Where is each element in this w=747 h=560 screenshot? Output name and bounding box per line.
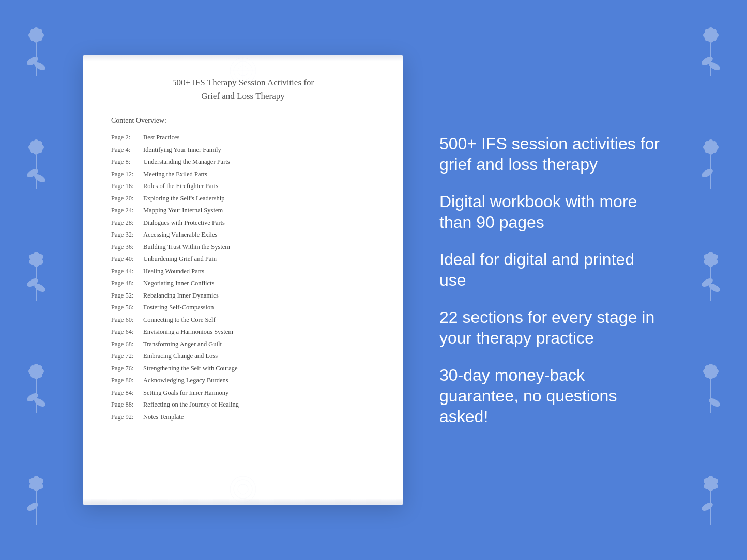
toc-item: Page 68:Transforming Anger and Guilt <box>111 340 375 349</box>
feature-item: Digital workbook with more than 90 pages <box>439 191 664 232</box>
svg-point-79 <box>238 484 248 494</box>
toc-item: Page 48:Negotiating Inner Conflicts <box>111 279 375 288</box>
svg-point-78 <box>234 480 252 499</box>
toc-item: Page 16:Roles of the Firefighter Parts <box>111 182 375 191</box>
svg-point-74 <box>238 66 248 76</box>
toc-item: Page 44:Healing Wounded Parts <box>111 267 375 276</box>
toc-item: Page 84:Setting Goals for Inner Harmony <box>111 388 375 398</box>
feature-item: 22 sections for every stage in your ther… <box>439 307 664 348</box>
toc-item: Page 36:Building Trust Within the System <box>111 243 375 252</box>
toc-item: Page 40:Unburdening Grief and Pain <box>111 255 375 264</box>
feature-item: 30-day money-back guarantee, no question… <box>439 365 664 427</box>
doc-title: 500+ IFS Therapy Session Activities for … <box>111 76 375 102</box>
toc-item: Page 92:Notes Template <box>111 413 375 422</box>
toc-item: Page 4:Identifying Your Inner Family <box>111 146 375 155</box>
toc-item: Page 24:Mapping Your Internal System <box>111 206 375 215</box>
toc-item: Page 56:Fostering Self-Compassion <box>111 303 375 313</box>
feature-item: Ideal for digital and printed use <box>439 249 664 290</box>
toc-list: Page 2:Best PracticesPage 4:Identifying … <box>111 133 375 422</box>
toc-item: Page 64:Envisioning a Harmonious System <box>111 328 375 337</box>
toc-item: Page 52:Rebalancing Inner Dynamics <box>111 291 375 301</box>
content-overview-label: Content Overview: <box>111 117 375 125</box>
toc-item: Page 2:Best Practices <box>111 133 375 143</box>
toc-item: Page 88:Reflecting on the Journey of Hea… <box>111 400 375 410</box>
right-panel: 500+ IFS session activities for grief an… <box>434 133 664 427</box>
main-content: 500+ IFS Therapy Session Activities for … <box>0 0 747 560</box>
toc-item: Page 8:Understanding the Manager Parts <box>111 158 375 167</box>
feature-item: 500+ IFS session activities for grief an… <box>439 133 664 175</box>
toc-item: Page 72:Embracing Change and Loss <box>111 352 375 361</box>
toc-item: Page 20:Exploring the Self's Leadership <box>111 194 375 204</box>
toc-item: Page 32:Accessing Vulnerable Exiles <box>111 230 375 240</box>
toc-item: Page 28:Dialogues with Protective Parts <box>111 219 375 228</box>
toc-item: Page 12:Meeting the Exiled Parts <box>111 170 375 179</box>
toc-item: Page 80:Acknowledging Legacy Burdens <box>111 376 375 385</box>
toc-item: Page 60:Connecting to the Core Self <box>111 316 375 325</box>
doc-border-top <box>83 55 403 61</box>
document-card: 500+ IFS Therapy Session Activities for … <box>83 55 403 505</box>
doc-border-bottom-2 <box>83 499 403 505</box>
toc-item: Page 76:Strengthening the Self with Cour… <box>111 364 375 374</box>
